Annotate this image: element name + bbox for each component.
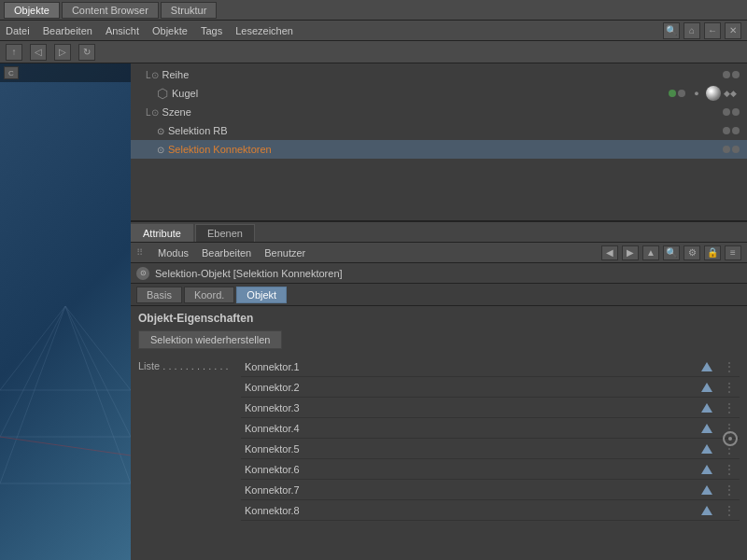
- obj-dots: [669, 90, 689, 97]
- connector-name: Konnektor.5: [245, 443, 698, 455]
- objects-list: L⊙ Reihe ⬡ Kugel: [131, 63, 747, 161]
- list-item[interactable]: Konnektor.1 ⋮: [241, 357, 740, 377]
- search-icon[interactable]: 🔍: [663, 22, 680, 39]
- list-item[interactable]: Konnektor.3 ⋮: [241, 398, 740, 418]
- hierarchy-icon: L⊙: [146, 107, 159, 118]
- connector-settings-icon: ⋮: [723, 503, 736, 518]
- icons-bar: ↑ ◁ ▷ ↻: [0, 41, 747, 63]
- obj-dots: [723, 127, 743, 134]
- obj-info-text: Selektion-Objekt [Selektion Konnektoren]: [155, 268, 343, 279]
- object-icon: ⬡: [157, 86, 168, 101]
- dot-1: [723, 108, 730, 116]
- list-item[interactable]: L⊙ Szene: [131, 103, 747, 121]
- nav-refresh-icon[interactable]: ↻: [78, 44, 95, 61]
- props-title: Objekt-Eigenschaften: [138, 312, 740, 325]
- tab-objekte[interactable]: Objekte: [4, 2, 60, 19]
- dot-1: [723, 146, 730, 153]
- scroll-indicator: [723, 431, 738, 446]
- dot-1: [723, 71, 730, 78]
- settings-btn[interactable]: ⚙: [684, 245, 700, 260]
- list-item[interactable]: Konnektor.7 ⋮: [241, 480, 740, 500]
- attr-menu-modus[interactable]: Modus: [158, 247, 189, 259]
- sub-tab-basis[interactable]: Basis: [136, 287, 182, 303]
- list-item[interactable]: Konnektor.4 ⋮: [241, 418, 740, 439]
- sub-tab-koord[interactable]: Koord.: [184, 287, 234, 303]
- hierarchy-icon: L⊙: [146, 70, 159, 80]
- svg-line-4: [0, 306, 65, 483]
- selection-icon: ⊙: [157, 126, 164, 136]
- obj-name: Selektion Konnektoren: [168, 144, 723, 155]
- nav-next-icon[interactable]: ▷: [54, 44, 71, 61]
- dot-2: [732, 108, 740, 116]
- nav-up-btn[interactable]: ▲: [642, 245, 659, 260]
- connector-chevron-icon: [698, 358, 715, 375]
- dot-2: [732, 71, 740, 78]
- dot-1: [723, 127, 730, 134]
- obj-name: Szene: [162, 106, 723, 118]
- drag-handle: ⠿: [136, 247, 143, 258]
- right-panel: L⊙ Reihe ⬡ Kugel: [131, 63, 747, 560]
- list-item[interactable]: Konnektor.8 ⋮: [241, 500, 740, 521]
- list-item[interactable]: Konnektor.5 ⋮: [241, 439, 740, 459]
- back-icon[interactable]: ←: [704, 22, 721, 39]
- connector-name: Konnektor.1: [245, 361, 698, 372]
- obj-name: Kugel: [172, 88, 669, 99]
- tab-attribute[interactable]: Attribute: [131, 224, 193, 242]
- menu-bearbeiten[interactable]: Bearbeiten: [43, 25, 92, 36]
- svg-line-5: [65, 306, 131, 483]
- list-item[interactable]: ⊙ Selektion Konnektoren: [131, 140, 747, 159]
- connector-settings-icon: ⋮: [723, 380, 736, 395]
- dot-2: [678, 90, 685, 97]
- restore-button[interactable]: Selektion wiederherstellen: [138, 330, 282, 349]
- list-item[interactable]: L⊙ Reihe: [131, 65, 747, 84]
- list-item[interactable]: Konnektor.2 ⋮: [241, 377, 740, 398]
- connectors-wrapper: Konnektor.1 ⋮ Konnektor.2 ⋮ Konnektor.3 …: [241, 357, 740, 521]
- connector-chevron-icon: [698, 420, 715, 437]
- tag-icon: ●: [689, 86, 704, 101]
- menu-tags[interactable]: Tags: [201, 25, 222, 36]
- list-item[interactable]: ⬡ Kugel ● ◆◆: [131, 84, 747, 103]
- svg-line-2: [0, 306, 65, 390]
- nav-prev-icon[interactable]: ◁: [30, 44, 47, 61]
- tab-content-browser[interactable]: Content Browser: [62, 2, 159, 19]
- sub-tab-objekt[interactable]: Objekt: [236, 287, 287, 303]
- nav-up-icon[interactable]: ↑: [6, 44, 22, 61]
- home-icon[interactable]: ⌂: [684, 22, 700, 39]
- connector-settings-icon: ⋮: [723, 462, 736, 477]
- tab-ebenen[interactable]: Ebenen: [195, 224, 255, 242]
- svg-line-0: [0, 306, 65, 437]
- connector-chevron-icon: [698, 502, 715, 519]
- connector-settings-icon: ⋮: [723, 359, 736, 374]
- tab-struktur[interactable]: Struktur: [161, 2, 218, 19]
- list-label: Liste . . . . . . . . . . . .: [138, 357, 241, 521]
- close-icon[interactable]: ✕: [725, 22, 741, 39]
- obj-dots: [723, 108, 743, 116]
- nav-back-btn[interactable]: ◀: [601, 245, 618, 260]
- lock-btn[interactable]: 🔒: [704, 245, 721, 260]
- connector-chevron-icon: [698, 461, 715, 478]
- obj-info-bar: ⊙ Selektion-Objekt [Selektion Konnektore…: [131, 263, 747, 284]
- obj-dots: [723, 71, 743, 78]
- nav-forward-btn[interactable]: ▶: [622, 245, 639, 260]
- attr-menu-bearbeiten[interactable]: Bearbeiten: [202, 247, 251, 259]
- connector-chevron-icon: [698, 399, 715, 416]
- connector-chevron-icon: [698, 379, 715, 396]
- list-area: Liste . . . . . . . . . . . . Konnektor.…: [138, 357, 740, 521]
- sub-tabs-bar: Basis Koord. Objekt: [131, 284, 747, 306]
- menu-lesezeichen[interactable]: Lesezeichen: [235, 25, 293, 36]
- vp-camera-icon[interactable]: C: [4, 66, 19, 79]
- connector-name: Konnektor.8: [245, 505, 698, 516]
- attr-menu-bar: ⠿ Modus Bearbeiten Benutzer ◀ ▶ ▲ 🔍 ⚙ 🔒 …: [131, 243, 747, 263]
- search-attr-btn[interactable]: 🔍: [663, 245, 680, 260]
- attr-menu-benutzer[interactable]: Benutzer: [264, 247, 305, 259]
- list-item[interactable]: ⊙ Selektion RB: [131, 121, 747, 140]
- menu-objekte[interactable]: Objekte: [152, 25, 188, 36]
- menu-datei[interactable]: Datei: [6, 25, 30, 36]
- list-item[interactable]: Konnektor.6 ⋮: [241, 459, 740, 480]
- menu-ansicht[interactable]: Ansicht: [106, 25, 139, 36]
- attr-tabs: Attribute Ebenen: [131, 222, 747, 243]
- menu-bar: Datei Bearbeiten Ansicht Objekte Tags Le…: [0, 21, 747, 41]
- menu-btn[interactable]: ≡: [725, 245, 741, 260]
- obj-name: Selektion RB: [168, 125, 723, 136]
- viewport-toolbar: C: [0, 63, 131, 82]
